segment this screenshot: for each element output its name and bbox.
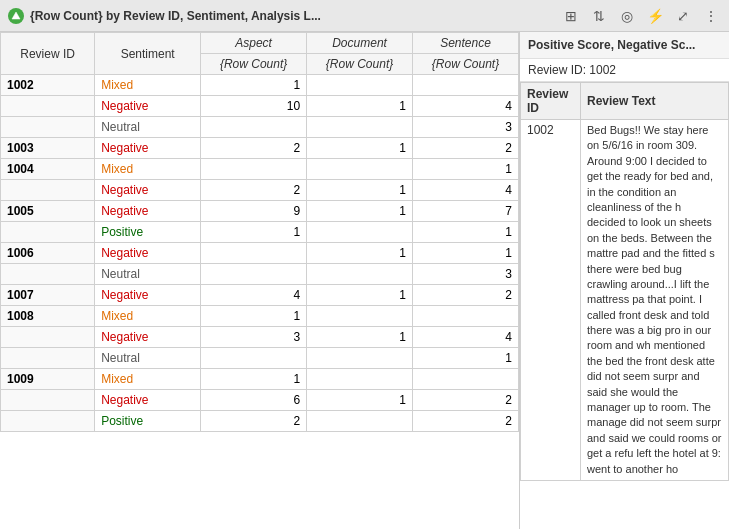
cell-aspect: [201, 264, 307, 285]
cell-sentiment: Neutral: [95, 117, 201, 138]
cell-sentence: 2: [413, 390, 519, 411]
table-row: 1009Mixed1: [1, 369, 519, 390]
toolbar-title: {Row Count} by Review ID, Sentiment, Ana…: [30, 9, 555, 23]
cell-aspect: 1: [201, 75, 307, 96]
main-content: Review ID Sentiment Aspect Document Sent…: [0, 32, 729, 529]
table-row: Neutral1: [1, 348, 519, 369]
table-row: Negative314: [1, 327, 519, 348]
cell-sentiment: Negative: [95, 180, 201, 201]
table-row: 1005Negative917: [1, 201, 519, 222]
cell-sentiment: Neutral: [95, 264, 201, 285]
detail-cell-review-id: 1002: [521, 120, 581, 481]
swap-icon[interactable]: ⇅: [589, 6, 609, 26]
review-detail-label: Review ID: 1002: [520, 59, 729, 82]
cell-document: [307, 348, 413, 369]
cell-review-id: [1, 96, 95, 117]
cell-sentiment: Negative: [95, 327, 201, 348]
cell-aspect: 3: [201, 327, 307, 348]
cell-aspect: [201, 243, 307, 264]
col-measure-aspect: {Row Count}: [201, 54, 307, 75]
cell-aspect: 2: [201, 180, 307, 201]
table-row: Negative214: [1, 180, 519, 201]
cell-sentence: [413, 75, 519, 96]
cell-sentiment: Neutral: [95, 348, 201, 369]
detail-table-container[interactable]: Review ID Review Text 1002Bed Bugs!! We …: [520, 82, 729, 529]
cell-document: 1: [307, 96, 413, 117]
table-row: Neutral3: [1, 117, 519, 138]
expand-icon[interactable]: ⤢: [673, 6, 693, 26]
cell-document: [307, 264, 413, 285]
cell-sentiment: Negative: [95, 243, 201, 264]
cell-sentence: 2: [413, 285, 519, 306]
cell-review-id: [1, 222, 95, 243]
col-group-document: Document: [307, 33, 413, 54]
cell-document: [307, 222, 413, 243]
cell-sentence: 2: [413, 138, 519, 159]
cell-sentence: 1: [413, 222, 519, 243]
col-measure-document: {Row Count}: [307, 54, 413, 75]
cell-document: 1: [307, 243, 413, 264]
table-row: Negative612: [1, 390, 519, 411]
grid-icon[interactable]: ⊞: [561, 6, 581, 26]
cell-review-id: [1, 411, 95, 432]
right-panel: Positive Score, Negative Sc... Review ID…: [520, 32, 729, 529]
detail-table-row: 1002Bed Bugs!! We stay here on 5/6/16 in…: [521, 120, 729, 481]
cell-sentence: 3: [413, 117, 519, 138]
more-icon[interactable]: ⋮: [701, 6, 721, 26]
left-panel: Review ID Sentiment Aspect Document Sent…: [0, 32, 520, 529]
cell-review-id: 1007: [1, 285, 95, 306]
cell-review-id: [1, 327, 95, 348]
cell-aspect: [201, 159, 307, 180]
cell-sentiment: Negative: [95, 138, 201, 159]
cell-review-id: 1009: [1, 369, 95, 390]
cell-sentiment: Negative: [95, 96, 201, 117]
cell-sentiment: Negative: [95, 285, 201, 306]
cell-sentence: 4: [413, 327, 519, 348]
table-row: 1008Mixed1: [1, 306, 519, 327]
cell-review-id: [1, 264, 95, 285]
cell-sentence: 2: [413, 411, 519, 432]
cell-sentiment: Positive: [95, 411, 201, 432]
cell-review-id: 1005: [1, 201, 95, 222]
cell-sentence: 1: [413, 159, 519, 180]
cell-review-id: 1006: [1, 243, 95, 264]
cell-document: 1: [307, 390, 413, 411]
cell-document: [307, 117, 413, 138]
cell-document: 1: [307, 180, 413, 201]
detail-cell-review-text: Bed Bugs!! We stay here on 5/6/16 in roo…: [581, 120, 729, 481]
cell-aspect: [201, 348, 307, 369]
crosstab-table: Review ID Sentiment Aspect Document Sent…: [0, 32, 519, 432]
cell-document: [307, 369, 413, 390]
cell-document: 1: [307, 285, 413, 306]
detail-col-review-id: Review ID: [521, 83, 581, 120]
cell-review-id: 1004: [1, 159, 95, 180]
cell-review-id: [1, 117, 95, 138]
cell-sentence: 1: [413, 348, 519, 369]
svg-marker-0: [12, 12, 20, 19]
cell-sentiment: Mixed: [95, 306, 201, 327]
cell-sentiment: Positive: [95, 222, 201, 243]
cell-sentence: 4: [413, 96, 519, 117]
cell-review-id: [1, 390, 95, 411]
cell-sentiment: Negative: [95, 390, 201, 411]
cell-review-id: 1003: [1, 138, 95, 159]
detail-col-review-text: Review Text: [581, 83, 729, 120]
cell-aspect: 2: [201, 411, 307, 432]
col-header-review-id: Review ID: [1, 33, 95, 75]
cell-document: [307, 159, 413, 180]
table-row: Positive11: [1, 222, 519, 243]
crosstab-container[interactable]: Review ID Sentiment Aspect Document Sent…: [0, 32, 519, 529]
cell-sentence: [413, 369, 519, 390]
cell-aspect: 4: [201, 285, 307, 306]
col-group-sentence: Sentence: [413, 33, 519, 54]
toolbar-actions: ⊞ ⇅ ◎ ⚡ ⤢ ⋮: [561, 6, 721, 26]
table-row: 1006Negative11: [1, 243, 519, 264]
analytics-icon[interactable]: ⚡: [645, 6, 665, 26]
cell-sentiment: Negative: [95, 201, 201, 222]
target-icon[interactable]: ◎: [617, 6, 637, 26]
cell-sentiment: Mixed: [95, 159, 201, 180]
cell-document: 1: [307, 327, 413, 348]
cell-aspect: 2: [201, 138, 307, 159]
col-group-aspect: Aspect: [201, 33, 307, 54]
detail-table: Review ID Review Text 1002Bed Bugs!! We …: [520, 82, 729, 481]
